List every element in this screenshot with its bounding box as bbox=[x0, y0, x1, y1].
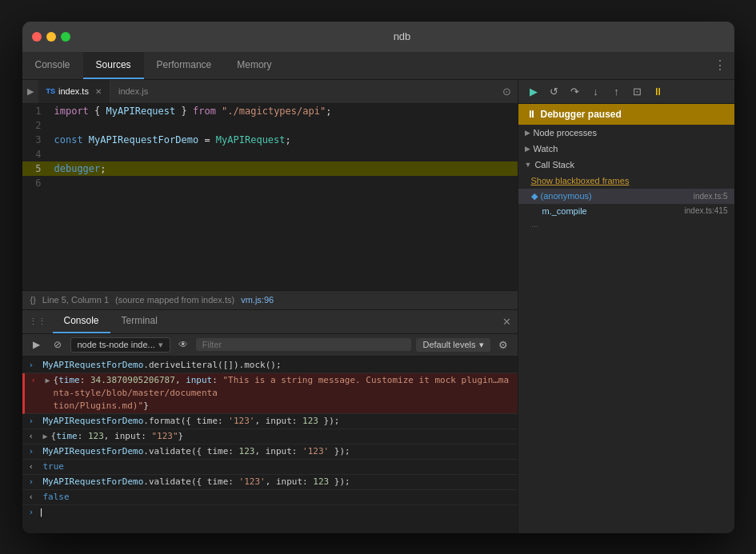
status-braces: {} bbox=[30, 295, 36, 305]
console-line-4: ‹ ▶ {time: 123, input: "123"} bbox=[22, 429, 518, 444]
console-line-6: ‹ true bbox=[22, 460, 518, 475]
levels-chevron: ▾ bbox=[479, 340, 484, 350]
code-line-2: 2 bbox=[22, 118, 518, 133]
tab-performance[interactable]: Performance bbox=[144, 52, 225, 79]
tab-console[interactable]: Console bbox=[22, 52, 83, 79]
node-processes-header[interactable]: ▶ Node processes bbox=[518, 125, 734, 141]
console-clear-button[interactable]: ▶ bbox=[29, 337, 45, 353]
code-editor: 1 import { MyAPIRequest } from "./magict… bbox=[22, 104, 518, 290]
node-command-dropdown[interactable]: ▾ bbox=[158, 340, 163, 350]
tab-terminal[interactable]: Terminal bbox=[110, 310, 169, 333]
bottom-panel-toggle[interactable]: ⋮⋮ bbox=[22, 310, 53, 333]
file-tab-actions: ⊙ bbox=[496, 80, 518, 103]
file-nav-prev[interactable]: ▶ bbox=[22, 80, 38, 103]
watch-section: ▶ Watch bbox=[518, 141, 734, 157]
console-toolbar: ▶ ⊘ node ts-node inde... ▾ 👁 Default lev… bbox=[22, 334, 518, 357]
console-cursor: › bbox=[29, 507, 34, 517]
maximize-button[interactable] bbox=[61, 32, 70, 42]
debug-step-into-button[interactable]: ↓ bbox=[587, 82, 605, 100]
file-tab-inactive-label: index.js bbox=[118, 86, 148, 96]
main-area: ▶ TS index.ts ✕ index.js ⊙ 1 import bbox=[22, 80, 734, 533]
console-line-5: › MyAPIRequestForDemo.validate({ time: 1… bbox=[22, 444, 518, 460]
bottom-panel-close[interactable]: ✕ bbox=[496, 310, 518, 333]
watch-arrow: ▶ bbox=[525, 145, 530, 153]
record-icon[interactable]: ⊙ bbox=[502, 86, 511, 98]
call-stack-item-1[interactable]: m._compile index.ts:415 bbox=[518, 204, 734, 218]
window-title: ndb bbox=[80, 30, 725, 42]
right-panel: ▶ ↺ ↷ ↓ ↑ ⊡ ⏸ ⏸ Debugger paused ▶ Node p… bbox=[518, 80, 734, 533]
debugger-toolbar: ▶ ↺ ↷ ↓ ↑ ⊡ ⏸ bbox=[518, 80, 734, 104]
left-panel: ▶ TS index.ts ✕ index.js ⊙ 1 import bbox=[22, 80, 518, 533]
console-stop-button[interactable]: ⊘ bbox=[50, 337, 66, 353]
show-blackboxed-frames[interactable]: Show blackboxed frames bbox=[518, 173, 734, 189]
close-button[interactable] bbox=[32, 32, 42, 42]
debug-step-over-button[interactable]: ↷ bbox=[566, 82, 584, 100]
console-levels-dropdown[interactable]: Default levels ▾ bbox=[416, 338, 490, 352]
debug-breakpoints-button[interactable]: ⊡ bbox=[629, 82, 646, 100]
debug-step-out-button[interactable]: ↑ bbox=[608, 82, 626, 100]
debugger-paused-bar: ⏸ Debugger paused bbox=[518, 104, 734, 125]
main-tabbar: Console Sources Performance Memory ⋮ bbox=[22, 52, 734, 80]
node-processes-label: Node processes bbox=[534, 128, 598, 138]
watch-header[interactable]: ▶ Watch bbox=[518, 141, 734, 157]
call-stack-loc-0: index.ts:5 bbox=[694, 192, 728, 201]
node-processes-arrow: ▶ bbox=[525, 129, 530, 137]
code-line-1: 1 import { MyAPIRequest } from "./magict… bbox=[22, 104, 518, 118]
console-line-8: ‹ false bbox=[22, 490, 518, 505]
console-line-7: › MyAPIRequestForDemo.validate({ time: '… bbox=[22, 475, 518, 490]
traffic-lights bbox=[32, 32, 70, 42]
titlebar: ndb bbox=[22, 22, 734, 52]
tab-memory[interactable]: Memory bbox=[224, 52, 284, 79]
console-settings-icon[interactable]: ⚙ bbox=[495, 337, 511, 353]
active-frame-indicator: ◆ bbox=[531, 191, 538, 201]
expand-icon-1[interactable]: ▶ bbox=[46, 374, 50, 387]
bottom-panel: ⋮⋮ Console Terminal ✕ ▶ ⊘ node ts-node i… bbox=[22, 309, 518, 533]
more-menu-icon[interactable]: ⋮ bbox=[706, 52, 734, 79]
status-source-map: (source mapped from index.ts) bbox=[115, 295, 234, 305]
call-stack-section: ▼ Call Stack Show blackboxed frames ◆ (a… bbox=[518, 157, 734, 533]
code-line-5: 5 debugger; bbox=[22, 161, 518, 176]
call-stack-label: Call Stack bbox=[534, 160, 574, 169]
app-window: ndb Console Sources Performance Memory ⋮… bbox=[22, 22, 734, 533]
debug-pause-button[interactable]: ⏸ bbox=[650, 82, 667, 100]
close-tab-icon[interactable]: ✕ bbox=[95, 87, 102, 96]
console-cursor-blink: | bbox=[38, 507, 44, 517]
call-stack-loc-1: index.ts:415 bbox=[685, 206, 728, 215]
debugger-paused-label: Debugger paused bbox=[541, 109, 622, 120]
file-tab-label: index.ts bbox=[58, 86, 89, 96]
file-tab-index-ts[interactable]: TS index.ts ✕ bbox=[38, 80, 110, 103]
pause-indicator: ⏸ bbox=[526, 109, 536, 120]
expand-icon-2[interactable]: ▶ bbox=[43, 430, 48, 443]
code-line-3: 3 const MyAPIRequestForDemo = MyAPIReque… bbox=[22, 133, 518, 147]
console-line-2: ‹ ▶ {time: 34.3870905206787, input: "Thi… bbox=[22, 373, 518, 414]
status-position: Line 5, Column 1 bbox=[42, 295, 109, 305]
tab-sources[interactable]: Sources bbox=[83, 52, 144, 79]
node-processes-section: ▶ Node processes bbox=[518, 125, 734, 141]
file-tab-index-js[interactable]: index.js bbox=[110, 80, 156, 103]
code-line-6: 6 bbox=[22, 176, 518, 190]
call-stack-more: … bbox=[518, 218, 734, 230]
ts-icon: TS bbox=[46, 87, 56, 95]
console-line-3: › MyAPIRequestForDemo.format({ time: '12… bbox=[22, 414, 518, 429]
console-eye-button[interactable]: 👁 bbox=[175, 337, 191, 353]
minimize-button[interactable] bbox=[46, 32, 56, 42]
call-stack-name-1: m._compile bbox=[542, 206, 587, 216]
tab-console-bottom[interactable]: Console bbox=[53, 310, 110, 333]
call-stack-name-0: (anonymous) bbox=[541, 191, 592, 201]
console-content: › MyAPIRequestForDemo.deriveLiteral([]).… bbox=[22, 357, 518, 533]
status-vm-link[interactable]: vm.js:96 bbox=[241, 295, 274, 305]
call-stack-arrow: ▼ bbox=[525, 161, 532, 169]
watch-label: Watch bbox=[534, 144, 558, 153]
node-command-display[interactable]: node ts-node inde... ▾ bbox=[70, 337, 170, 353]
code-line-4: 4 bbox=[22, 147, 518, 161]
console-cursor-line: › | bbox=[22, 505, 518, 519]
call-stack-item-0[interactable]: ◆ (anonymous) index.ts:5 bbox=[518, 189, 734, 204]
bottom-tabbar: ⋮⋮ Console Terminal ✕ bbox=[22, 310, 518, 334]
call-stack-header[interactable]: ▼ Call Stack bbox=[518, 157, 734, 173]
file-tabs: ▶ TS index.ts ✕ index.js ⊙ bbox=[22, 80, 518, 104]
console-filter-input[interactable] bbox=[196, 338, 412, 351]
console-line-1: › MyAPIRequestForDemo.deriveLiteral([]).… bbox=[22, 358, 518, 373]
debug-resume-button[interactable]: ▶ bbox=[525, 82, 542, 100]
status-bar: {} Line 5, Column 1 (source mapped from … bbox=[22, 290, 518, 309]
debug-refresh-button[interactable]: ↺ bbox=[546, 82, 563, 100]
